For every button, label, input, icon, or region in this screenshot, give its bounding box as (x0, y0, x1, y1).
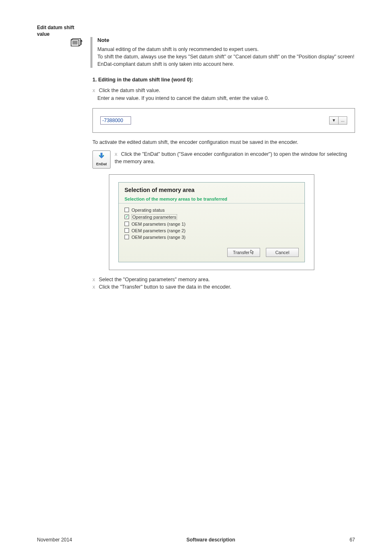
note-block: Note Manual editing of the datum shift i… (92, 37, 355, 68)
checkbox-icon (125, 235, 129, 239)
checkbox-icon (125, 208, 129, 212)
step-marker: X (115, 151, 120, 158)
dialog-title: Selection of memory area (119, 183, 304, 194)
step1-text: Click the datum shift value. (99, 88, 160, 93)
footer-date: November 2014 (37, 537, 72, 543)
value-input-figure: -7388000 ▼ ... (92, 108, 355, 133)
closing-step-1-text: Select the "Operating parameters" memory… (99, 277, 210, 282)
endat-row: EnDat X Click the "EnDat" button ("Save … (92, 150, 355, 169)
step2-text: Enter a new value. If you intend to canc… (97, 95, 269, 101)
transfer-button[interactable]: Transfer (227, 248, 260, 257)
note-body: Note Manual editing of the datum shift i… (90, 37, 355, 68)
item-label: OEM parameters (range 3) (131, 235, 185, 240)
chevron-down-icon: ▼ (332, 118, 336, 123)
main-content: Note Manual editing of the datum shift i… (92, 37, 355, 291)
memory-item-operating-parameters[interactable]: Operating parameters (125, 213, 299, 221)
item-label: OEM parameters (range 1) (131, 222, 185, 227)
step-line-1: X Click the datum shift value. (92, 87, 355, 95)
item-label: Operating status (131, 208, 165, 213)
note-icon (70, 38, 84, 49)
item-label: Operating parameters (131, 214, 177, 220)
svg-rect-4 (101, 153, 102, 156)
dialog-figure: Selection of memory area Selection of th… (109, 174, 314, 270)
ellipsis-icon: ... (341, 118, 344, 123)
step-line-2: Enter a new value. If you intend to canc… (92, 95, 355, 102)
endat-button[interactable]: EnDat (92, 150, 111, 169)
page-footer: November 2014 Software description 67 (37, 537, 355, 543)
transfer-label: Transfer (233, 250, 250, 255)
step-marker: X (92, 277, 97, 284)
dropdown-button[interactable]: ▼ (329, 116, 338, 125)
endat-instruction: Click the "EnDat" button ("Save encoder … (115, 151, 347, 165)
note-heading: Note (97, 37, 355, 43)
memory-item-oem-range-3[interactable]: OEM parameters (range 3) (125, 234, 299, 240)
endat-instruction-wrap: X Click the "EnDat" button ("Save encode… (115, 150, 355, 166)
step-marker: X (92, 88, 97, 95)
checkbox-checked-icon (125, 215, 129, 219)
endat-button-label: EnDat (96, 162, 107, 166)
dialog-buttons: Transfer Cancel (119, 245, 304, 262)
download-arrow-icon (97, 153, 106, 162)
note-text: Manual editing of the datum shift is onl… (97, 46, 355, 68)
checkbox-icon (125, 222, 129, 226)
closing-step-2: X Click the "Transfer" button to save th… (92, 283, 355, 291)
note-icon-wrap (70, 37, 90, 49)
item-label: OEM parameters (range 2) (131, 228, 185, 233)
cursor-icon (250, 250, 254, 255)
step-marker: X (92, 284, 97, 291)
ellipsis-button[interactable]: ... (338, 116, 347, 125)
activate-paragraph: To activate the edited datum shift, the … (92, 139, 355, 146)
closing-step-1: X Select the "Operating parameters" memo… (92, 276, 355, 284)
footer-page-number: 67 (350, 537, 355, 543)
memory-area-dialog: Selection of memory area Selection of th… (118, 182, 305, 262)
datum-shift-input[interactable]: -7388000 (100, 116, 131, 125)
memory-item-oem-range-1[interactable]: OEM parameters (range 1) (125, 221, 299, 227)
cancel-button[interactable]: Cancel (266, 248, 299, 257)
section-heading: 1. Editing in the datum shift line (word… (92, 77, 355, 83)
closing-step-2-text: Click the "Transfer" button to save the … (99, 284, 231, 290)
side-heading: Edit datum shift value (37, 25, 78, 37)
memory-item-operating-status[interactable]: Operating status (125, 207, 299, 213)
cancel-label: Cancel (275, 250, 289, 255)
value-controls: ▼ ... (329, 116, 347, 125)
page: Edit datum shift value (0, 0, 392, 555)
checkbox-icon (125, 228, 129, 233)
footer-title: Software description (187, 537, 235, 543)
memory-item-oem-range-2[interactable]: OEM parameters (range 2) (125, 227, 299, 234)
dialog-subtitle: Selection of the memory areas to be tran… (119, 194, 304, 204)
value-row: -7388000 ▼ ... (100, 115, 347, 126)
dialog-list: Operating status Operating parameters OE… (119, 204, 304, 245)
